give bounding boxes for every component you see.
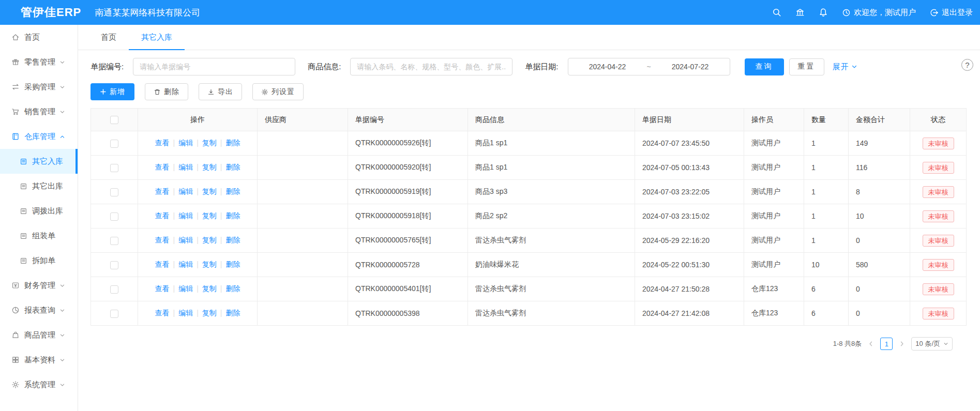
- row-checkbox[interactable]: [110, 212, 118, 221]
- cell-goods: 雷达杀虫气雾剂: [468, 277, 635, 301]
- next-page-button[interactable]: [899, 341, 905, 347]
- prev-page-button[interactable]: [868, 341, 874, 347]
- reset-button[interactable]: 重置: [789, 58, 824, 75]
- row-checkbox[interactable]: [110, 164, 118, 172]
- tab-home[interactable]: 首页: [88, 25, 129, 50]
- gear-icon: [261, 88, 268, 96]
- expand-link[interactable]: 展开: [833, 62, 857, 72]
- sidebar-item-disassembly[interactable]: 拆卸单: [0, 248, 78, 273]
- delete-link[interactable]: 删除: [225, 187, 240, 195]
- row-checkbox[interactable]: [110, 188, 118, 196]
- logout-text: 退出登录: [942, 8, 973, 18]
- row-checkbox[interactable]: [110, 237, 118, 245]
- sidebar-item-transfer-outbound[interactable]: 调拨出库: [0, 199, 78, 223]
- sidebar-item-reports[interactable]: 报表查询: [0, 298, 78, 323]
- column-settings-button[interactable]: 列设置: [252, 83, 304, 100]
- tab-other-inbound[interactable]: 其它入库: [129, 25, 185, 50]
- date-start[interactable]: 2024-04-22: [589, 63, 626, 71]
- sidebar-item-retail[interactable]: 零售管理: [0, 50, 78, 74]
- logout-icon: [930, 8, 939, 17]
- inbound-table: 操作 供应商 单据编号 商品信息 单据日期 操作员 数量 金额合计 状态: [91, 108, 967, 326]
- plus-icon: [100, 88, 107, 95]
- select-all-checkbox[interactable]: [110, 116, 118, 124]
- row-checkbox[interactable]: [110, 140, 118, 148]
- date-end[interactable]: 2024-07-22: [672, 63, 709, 71]
- copy-link[interactable]: 复制: [202, 139, 217, 147]
- page-number-current[interactable]: 1: [880, 338, 893, 350]
- view-link[interactable]: 查看: [155, 260, 170, 268]
- copy-link[interactable]: 复制: [202, 309, 217, 317]
- edit-link[interactable]: 编辑: [178, 163, 193, 171]
- delete-link[interactable]: 删除: [225, 139, 240, 147]
- delete-link[interactable]: 删除: [225, 260, 240, 268]
- col-header-bill-no: 单据编号: [348, 109, 468, 131]
- copy-link[interactable]: 复制: [202, 187, 217, 195]
- search-icon[interactable]: [772, 8, 781, 17]
- delete-link[interactable]: 删除: [225, 309, 240, 317]
- view-link[interactable]: 查看: [155, 187, 170, 195]
- view-link[interactable]: 查看: [155, 236, 170, 244]
- bell-icon[interactable]: [819, 8, 828, 17]
- content-area: 首页 其它入库 ? 单据编号: 商品信息: 单据日期: 2024-04-22 ~…: [78, 25, 980, 411]
- view-link[interactable]: 查看: [155, 139, 170, 147]
- export-button[interactable]: 导出: [199, 83, 242, 100]
- sidebar-item-purchase[interactable]: 采购管理: [0, 74, 78, 99]
- copy-link[interactable]: 复制: [202, 284, 217, 293]
- copy-link[interactable]: 复制: [202, 211, 217, 220]
- view-link[interactable]: 查看: [155, 309, 170, 317]
- bill-no-input[interactable]: [133, 58, 295, 75]
- edit-link[interactable]: 编辑: [178, 309, 193, 317]
- swap-icon: [11, 83, 20, 91]
- edit-link[interactable]: 编辑: [178, 260, 193, 268]
- sidebar-item-other-outbound[interactable]: 其它出库: [0, 174, 78, 199]
- bank-icon[interactable]: [795, 8, 805, 17]
- edit-link[interactable]: 编辑: [178, 187, 193, 195]
- edit-link[interactable]: 编辑: [178, 211, 193, 220]
- welcome-user[interactable]: 欢迎您，测试用户: [842, 8, 916, 18]
- sidebar-item-assembly[interactable]: 组装单: [0, 223, 78, 248]
- status-badge: 未审核: [923, 210, 954, 222]
- sidebar-item-other-inbound[interactable]: 其它入库: [0, 149, 78, 174]
- delete-button[interactable]: 删除: [145, 83, 188, 100]
- view-link[interactable]: 查看: [155, 211, 170, 220]
- row-checkbox[interactable]: [110, 261, 118, 269]
- edit-link[interactable]: 编辑: [178, 139, 193, 147]
- wallet-icon: [11, 281, 20, 290]
- sidebar-item-label: 仓库管理: [24, 132, 55, 142]
- cell-goods: 商品1 sp1: [468, 156, 635, 180]
- view-link[interactable]: 查看: [155, 284, 170, 293]
- row-checkbox[interactable]: [110, 310, 118, 318]
- add-button[interactable]: 新增: [91, 83, 134, 100]
- cell-operator: 测试用户: [744, 180, 804, 204]
- sidebar-item-warehouse[interactable]: 仓库管理: [0, 124, 78, 149]
- edit-link[interactable]: 编辑: [178, 236, 193, 244]
- sidebar-item-finance[interactable]: 财务管理: [0, 273, 78, 298]
- delete-link[interactable]: 删除: [225, 163, 240, 171]
- view-link[interactable]: 查看: [155, 163, 170, 171]
- status-badge: 未审核: [923, 186, 954, 198]
- sidebar-item-goods[interactable]: 商品管理: [0, 323, 78, 347]
- add-label: 新增: [110, 87, 125, 97]
- goods-info-input[interactable]: [350, 58, 512, 75]
- delete-link[interactable]: 删除: [225, 236, 240, 244]
- copy-link[interactable]: 复制: [202, 260, 217, 268]
- sidebar-item-home[interactable]: 首页: [0, 25, 78, 50]
- cell-date: 2024-05-29 22:16:20: [635, 229, 744, 253]
- chevron-down-icon: [59, 84, 65, 90]
- copy-link[interactable]: 复制: [202, 163, 217, 171]
- help-icon[interactable]: ?: [961, 59, 973, 71]
- sidebar-item-system[interactable]: 系统管理: [0, 372, 78, 397]
- copy-link[interactable]: 复制: [202, 236, 217, 244]
- page-size-select[interactable]: 10 条/页: [911, 337, 953, 351]
- delete-link[interactable]: 删除: [225, 211, 240, 220]
- search-button[interactable]: 查询: [745, 58, 784, 75]
- edit-link[interactable]: 编辑: [178, 284, 193, 293]
- bag-icon: [11, 331, 20, 339]
- date-range-picker[interactable]: 2024-04-22 ~ 2024-07-22: [568, 58, 730, 75]
- logout-button[interactable]: 退出登录: [930, 8, 973, 18]
- delete-link[interactable]: 删除: [225, 284, 240, 293]
- sidebar-item-basic-data[interactable]: 基本资料: [0, 347, 78, 372]
- app-logo: 管伊佳ERP: [0, 5, 81, 20]
- sidebar-item-sales[interactable]: 销售管理: [0, 99, 78, 124]
- row-checkbox[interactable]: [110, 285, 118, 294]
